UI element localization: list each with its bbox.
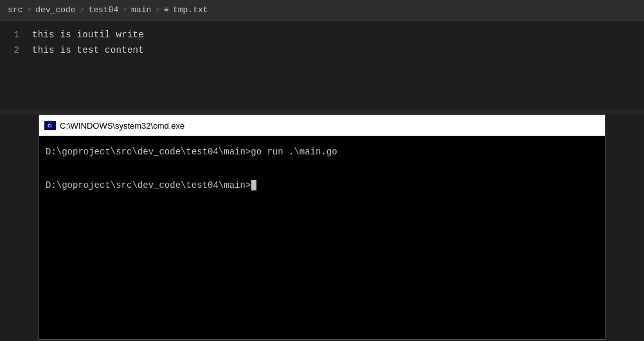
code-line-1: 1 this is ioutil write (0, 27, 644, 42)
breadcrumb-sep-2: > (80, 5, 85, 15)
breadcrumb-test04: test04 (88, 5, 118, 15)
code-line-2: 2 this is test content (0, 42, 644, 58)
breadcrumb-sep-4: > (155, 5, 160, 15)
cmd-output-line-2 (46, 160, 598, 177)
cmd-cursor (251, 180, 256, 190)
breadcrumb-sep-3: > (122, 5, 127, 15)
cmd-title-text: C:\WINDOWS\system32\cmd.exe (60, 121, 184, 131)
code-editor: 1 this is ioutil write 2 this is test co… (0, 21, 644, 64)
breadcrumb: src > dev_code > test04 > main > ≡ tmp.t… (0, 0, 644, 21)
cmd-icon (44, 121, 56, 130)
file-icon: ≡ (164, 5, 169, 15)
line-code-1: this is ioutil write (32, 27, 144, 42)
breadcrumb-devcode: dev_code (35, 5, 75, 15)
editor-terminal-separator (0, 109, 644, 115)
cmd-prompt-text: D:\goproject\src\dev_code\test04\main> (46, 177, 251, 194)
breadcrumb-main: main (131, 5, 151, 15)
line-number-2: 2 (0, 42, 32, 58)
breadcrumb-sep-1: > (26, 5, 31, 15)
cmd-window: C:\WINDOWS\system32\cmd.exe D:\goproject… (39, 115, 605, 340)
breadcrumb-filename: tmp.txt (173, 5, 208, 15)
breadcrumb-src: src (8, 5, 22, 15)
cmd-output-line-1: D:\goproject\src\dev_code\test04\main>go… (46, 143, 598, 160)
line-number-1: 1 (0, 27, 32, 42)
cmd-body: D:\goproject\src\dev_code\test04\main>go… (39, 136, 605, 339)
line-code-2: this is test content (32, 42, 144, 58)
cmd-titlebar: C:\WINDOWS\system32\cmd.exe (39, 115, 605, 136)
cmd-prompt-line: D:\goproject\src\dev_code\test04\main> (46, 177, 598, 194)
